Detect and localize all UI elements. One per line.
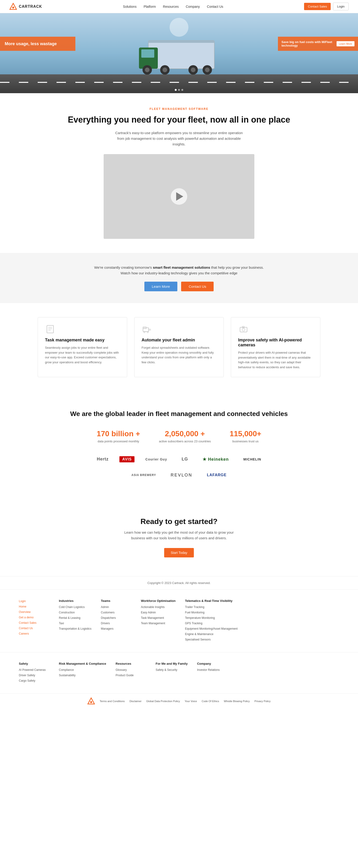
hero-learn-more-button[interactable]: Learn More xyxy=(336,41,355,46)
footer-your-voice[interactable]: Your Voice xyxy=(185,700,197,703)
footer-col-risk: Risk Management & Compliance Compliance … xyxy=(59,662,106,684)
footer-company-title: Company xyxy=(197,662,228,665)
stats-section: We are the global leader in fleet manage… xyxy=(0,391,358,498)
footer-overview[interactable]: Overview xyxy=(19,610,50,614)
login-button[interactable]: Login xyxy=(333,3,349,10)
footer-temp: Temperature Monitoring xyxy=(185,616,238,620)
logo[interactable]: CARTRACK xyxy=(9,3,42,10)
svg-point-13 xyxy=(205,67,210,72)
nav-contact[interactable]: Contact Us xyxy=(207,5,223,8)
svg-point-25 xyxy=(242,328,245,331)
footer-contact-sales[interactable]: Contact Sales xyxy=(19,621,50,625)
footer-trailer: Trailer Tracking xyxy=(185,605,238,609)
nav-solutions[interactable]: Solutions xyxy=(123,5,137,8)
footer-task-mgmt: Task Management xyxy=(141,616,175,620)
stat-number-subscribers: 2,050,000 + xyxy=(159,429,211,438)
footer-drivers: Drivers xyxy=(101,621,131,625)
hero-section: More usage, less wastage Save big on fue… xyxy=(0,13,358,93)
logo-asiabrewery: ASIA BREWERY xyxy=(128,471,160,478)
feature-desc-camera: Protect your drivers with AI-powered cam… xyxy=(238,350,313,370)
footer-sensors: Specialised Sensors xyxy=(185,638,238,642)
footer-engine: Engine & Maintenance xyxy=(185,632,238,636)
hero-dot-3[interactable] xyxy=(181,89,183,91)
footer-contact-us[interactable]: Contact Us xyxy=(19,626,50,630)
logos-grid: Hertz AVIS Courier Guy LG ★ Heineken MIC… xyxy=(85,455,273,479)
cta-title: Ready to get started? xyxy=(19,517,339,526)
feature-title-task: Task management made easy xyxy=(45,338,120,343)
footer-home[interactable]: Home xyxy=(19,604,50,609)
footer-gdpr[interactable]: Global Data Protection Policy xyxy=(146,700,180,703)
footer-terms[interactable]: Terms and Conditions xyxy=(100,700,125,703)
nav-resources[interactable]: Resources xyxy=(163,5,179,8)
footer-risk-title: Risk Management & Compliance xyxy=(59,662,106,665)
footer-get-demo[interactable]: Get a demo xyxy=(19,615,50,620)
footer-cargo-safety: Cargo Safety xyxy=(19,679,50,683)
smart-buttons: Learn More Contact Us xyxy=(47,282,311,291)
play-button[interactable] xyxy=(171,188,187,205)
footer-col-main: Login Home Overview Get a demo Contact S… xyxy=(19,599,50,643)
svg-rect-5 xyxy=(141,50,154,58)
features-grid: Task management made easy Seamlessly ass… xyxy=(38,317,320,377)
footer-careers[interactable]: Careers xyxy=(19,631,50,636)
learn-more-button[interactable]: Learn More xyxy=(144,282,177,291)
footer-managers: Managers xyxy=(101,627,131,631)
svg-point-11 xyxy=(191,67,195,72)
fleet-icon xyxy=(142,324,153,334)
footer-gps: GPS Tracking xyxy=(185,621,238,625)
nav-links: Solutions Platform Resources Company Con… xyxy=(123,5,223,8)
footer-col-telematics: Telematics & Real-Time Visibility Traile… xyxy=(185,599,238,643)
nav-company[interactable]: Company xyxy=(186,5,200,8)
video-placeholder[interactable] xyxy=(104,154,254,239)
fleet-label: FLEET MANAGEMENT SOFTWARE xyxy=(47,107,311,111)
cta-description: Learn how we can help you get the most o… xyxy=(118,530,240,541)
hero-dot-2[interactable] xyxy=(178,89,180,91)
footer-cold-chain: Cold Chain Logistics xyxy=(59,605,91,609)
footer-code-ethics[interactable]: Code Of Ethics xyxy=(202,700,219,703)
stat-datapoints: 170 billion + data points processed mont… xyxy=(97,429,140,443)
footer-copyright: Copyright © 2023 Cartrack. All rights re… xyxy=(0,576,358,589)
feature-desc-task: Seamlessly assign jobs to your entire fl… xyxy=(45,345,120,365)
svg-rect-14 xyxy=(47,326,53,333)
contact-sales-button[interactable]: Contact Sales xyxy=(304,3,331,10)
footer-investor: Investor Relations xyxy=(197,668,228,672)
footer-links-row2: Safety AI Powered Cameras Driver Safety … xyxy=(0,652,358,693)
fleet-description: Cartrack's easy-to-use platform empowers… xyxy=(113,130,245,147)
footer-industries-title: Industries xyxy=(59,599,91,602)
footer-family-title: For Me and My Family xyxy=(156,662,188,665)
start-today-button[interactable]: Start Today xyxy=(164,548,194,557)
logo-avis: AVIS xyxy=(119,456,135,462)
hero-dot-1[interactable] xyxy=(175,89,177,91)
logo-hertz: Hertz xyxy=(93,455,112,464)
svg-point-9 xyxy=(163,67,167,72)
stat-businesses: 115,000+ businesses trust us xyxy=(230,429,261,443)
stat-number-businesses: 115,000+ xyxy=(230,429,261,438)
stat-label-datapoints: data points processed monthly xyxy=(97,439,140,443)
svg-point-1 xyxy=(12,7,14,8)
footer-resources-title: Resources xyxy=(116,662,146,665)
stat-number-datapoints: 170 billion + xyxy=(97,429,140,438)
stat-label-businesses: businesses trust us xyxy=(230,439,261,443)
logo-lg: LG xyxy=(178,455,192,464)
svg-rect-2 xyxy=(148,40,214,69)
footer-disclaimer[interactable]: Disclaimer xyxy=(130,700,142,703)
stat-subscribers: 2,050,000 + active subscribers across 23… xyxy=(159,429,211,443)
svg-rect-24 xyxy=(240,327,247,332)
footer-sustainability: Sustainability xyxy=(59,673,106,677)
hero-dots xyxy=(175,89,183,91)
footer-col-teams: Teams Admin Customers Dispatchers Driver… xyxy=(101,599,131,643)
contact-us-button[interactable]: Contact Us xyxy=(181,282,214,291)
footer-admin: Admin xyxy=(101,605,131,609)
footer-login[interactable]: Login xyxy=(19,599,50,603)
footer-col-resources: Resources Glossary Product Guide xyxy=(116,662,146,684)
nav-platform[interactable]: Platform xyxy=(144,5,156,8)
footer-col-workforce: Workforce Optimisation Actionable Insigh… xyxy=(141,599,175,643)
hero-banner-right: Save big on fuel costs with MiFleet tech… xyxy=(278,37,358,51)
footer-rental: Rental & Leasing xyxy=(59,616,91,620)
truck-svg xyxy=(134,26,224,78)
footer-whistle[interactable]: Whistle Blowing Policy xyxy=(224,700,250,703)
footer-privacy[interactable]: Privacy Policy xyxy=(254,700,270,703)
footer-safety-security: Safety & Security xyxy=(156,668,188,672)
svg-marker-27 xyxy=(88,698,94,704)
footer-driver-safety: Driver Safety xyxy=(19,673,50,677)
footer-col-family: For Me and My Family Safety & Security xyxy=(156,662,188,684)
